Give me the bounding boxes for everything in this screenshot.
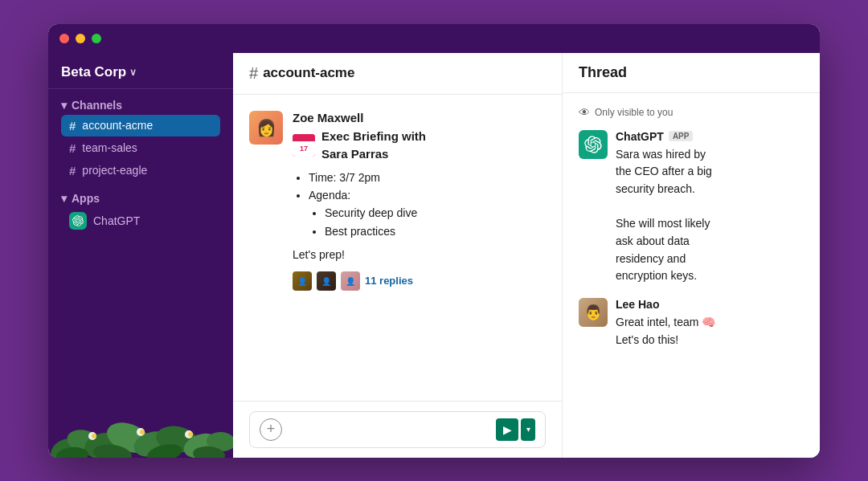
channel-name-project-eagle: project-eagle	[82, 164, 147, 177]
bullet-time: Time: 3/7 2pm	[309, 169, 546, 186]
send-controls: ▶ ▾	[496, 418, 535, 441]
chatgpt-author: ChatGPT	[616, 130, 664, 143]
message-input[interactable]	[289, 423, 489, 436]
channel-input-area: + ▶ ▾	[233, 401, 562, 458]
channels-section: ▾ Channels # account-acme # team-sales #…	[48, 89, 233, 185]
thread-message-chatgpt: ChatGPT APP Sara was hired by the CEO af…	[579, 130, 804, 286]
calendar-top	[293, 134, 315, 141]
channel-name-team-sales: team-sales	[82, 141, 137, 154]
thread-visibility-notice: 👁 Only visible to you	[579, 106, 804, 119]
title-bar	[48, 24, 820, 53]
app-body: Beta Corp ∨ ▾ Channels # account-acme # …	[48, 53, 820, 458]
subbullet-security: Security deep dive	[325, 204, 546, 222]
calendar-icon: 17	[293, 134, 315, 157]
workspace-name: Beta Corp	[61, 64, 126, 80]
chatgpt-message-content: ChatGPT APP Sara was hired by the CEO af…	[616, 130, 804, 286]
workspace-chevron-icon: ∨	[129, 67, 137, 78]
thread-header: Thread	[563, 53, 820, 93]
replies-section: 👤 👤 👤 11 replies	[293, 271, 546, 291]
svg-point-9	[92, 434, 96, 438]
app-badge: APP	[669, 131, 694, 141]
title-line1: Exec Briefing with	[321, 129, 426, 143]
chatgpt-msg-body: Sara was hired by the CEO after a big se…	[616, 146, 804, 286]
sidebar-item-project-eagle[interactable]: # project-eagle	[61, 160, 220, 181]
reply-avatar-1: 👤	[293, 271, 312, 291]
thread-panel: Thread 👁 Only visible to you	[563, 53, 820, 458]
channel-name-account-acme: account-acme	[82, 119, 153, 132]
visibility-label: Only visible to you	[595, 107, 673, 118]
svg-point-11	[140, 430, 145, 434]
apps-section: ▾ Apps ChatGPT	[48, 185, 233, 240]
hash-icon: #	[69, 119, 76, 132]
add-attachment-button[interactable]: +	[260, 418, 282, 441]
sidebar: Beta Corp ∨ ▾ Channels # account-acme # …	[48, 53, 233, 458]
message-title: 17 Exec Briefing with Sara Parras	[293, 128, 546, 164]
replies-count[interactable]: 11 replies	[365, 273, 413, 289]
thread-title: Thread	[579, 64, 804, 81]
message-input-box[interactable]: + ▶ ▾	[249, 411, 546, 448]
channel-hash-icon: #	[249, 64, 258, 83]
sidebar-item-chatgpt[interactable]: ChatGPT	[61, 208, 220, 234]
sidebar-item-team-sales[interactable]: # team-sales	[61, 137, 220, 159]
channels-collapse-icon: ▾	[61, 99, 67, 112]
app-window: Beta Corp ∨ ▾ Channels # account-acme # …	[48, 24, 820, 458]
subbullet-practices: Best practices	[325, 222, 546, 240]
chatgpt-msg-header: ChatGPT APP	[616, 130, 804, 143]
apps-collapse-icon: ▾	[61, 192, 67, 205]
agenda-label: Agenda:	[309, 189, 350, 202]
message-author-zoe: Zoe Maxwell	[293, 111, 363, 124]
main-channel: # account-acme 👩 Zoe Maxwell	[233, 53, 563, 458]
channels-section-label[interactable]: ▾ Channels	[61, 99, 220, 112]
plant-decoration	[48, 397, 233, 458]
lee-msg-header: Lee Hao	[616, 298, 804, 311]
avatar-zoe: 👩	[249, 111, 283, 145]
hash-icon: #	[69, 141, 76, 155]
chatgpt-app-label: ChatGPT	[93, 214, 140, 227]
reply-avatar-3: 👤	[341, 271, 360, 291]
channels-label-text: Channels	[72, 99, 122, 112]
message-title-text: Exec Briefing with Sara Parras	[321, 128, 426, 164]
send-button[interactable]: ▶	[496, 418, 518, 441]
title-line2: Sara Parras	[321, 147, 388, 161]
apps-label-text: Apps	[72, 192, 100, 205]
channel-header: # account-acme	[233, 53, 562, 95]
message-zoe-header: Zoe Maxwell	[293, 111, 546, 124]
message-closing: Let's prep!	[293, 247, 546, 263]
thread-messages: 👁 Only visible to you ChatGPT APP	[563, 93, 820, 458]
calendar-day: 17	[293, 141, 315, 157]
reply-avatar-2: 👤	[317, 271, 336, 291]
lee-msg-body: Great intel, team 🧠 Let's do this!	[616, 314, 804, 349]
send-dropdown-button[interactable]: ▾	[521, 418, 535, 441]
svg-point-13	[188, 432, 193, 437]
hash-icon: #	[69, 164, 76, 177]
channel-messages: 👩 Zoe Maxwell 17	[233, 95, 562, 401]
thread-message-lee: 👨 Lee Hao Great intel, team 🧠 Let's do t…	[579, 298, 804, 349]
channel-header-name: account-acme	[263, 65, 354, 81]
eye-icon: 👁	[579, 106, 590, 119]
lee-message-content: Lee Hao Great intel, team 🧠 Let's do thi…	[616, 298, 804, 349]
avatar-lee: 👨	[579, 298, 608, 327]
minimize-button[interactable]	[76, 34, 85, 43]
workspace-header[interactable]: Beta Corp ∨	[48, 53, 233, 89]
message-zoe-body: 17 Exec Briefing with Sara Parras Time: …	[293, 128, 546, 291]
apps-section-label[interactable]: ▾ Apps	[61, 192, 220, 205]
plus-icon: +	[267, 421, 276, 438]
lee-author: Lee Hao	[616, 298, 659, 311]
sidebar-item-account-acme[interactable]: # account-acme	[61, 115, 220, 137]
message-zoe-content: Zoe Maxwell 17 Exec Briefing with S	[293, 111, 546, 291]
maximize-button[interactable]	[92, 34, 101, 43]
bullet-agenda: Agenda: Security deep dive Best practice…	[309, 186, 546, 240]
message-zoe: 👩 Zoe Maxwell 17	[249, 111, 546, 291]
close-button[interactable]	[59, 34, 69, 43]
message-bullets: Time: 3/7 2pm Agenda: Security deep dive…	[293, 169, 546, 241]
agenda-subbullets: Security deep dive Best practices	[309, 204, 546, 240]
chatgpt-thread-avatar	[579, 130, 608, 159]
chatgpt-small-icon	[69, 212, 87, 230]
